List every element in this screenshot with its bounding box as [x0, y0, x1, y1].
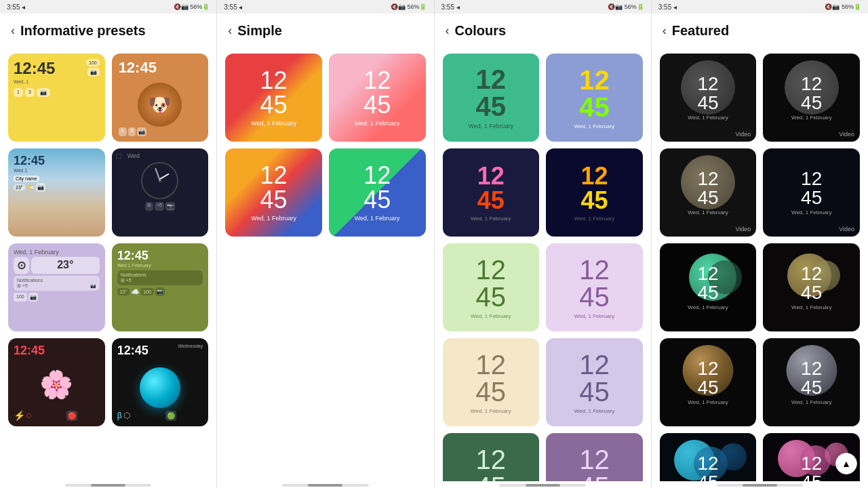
status-panel-2: 3:55 ◂ 🔇📷 56%🔋	[217, 0, 434, 14]
panel-title-simple: Simple	[237, 23, 282, 39]
colour-card-purple-dark[interactable]: 12 45 Wed, 1 February	[546, 433, 643, 481]
status-panel-1: 3:55 ◂ 🔇📷 56%🔋	[0, 0, 217, 14]
featured-card-3[interactable]: 12 45 Wed, 1 February Video	[660, 148, 757, 237]
header-colours: ‹ Colours	[435, 14, 651, 48]
panel-colours: ‹ Colours 12 45 Wed, 1 February 12 45	[435, 14, 652, 488]
colour-card-dark-green[interactable]: 12 45 Wed, 1 February	[443, 433, 540, 481]
time-colour-5: 12 45 Wed, 1 February	[471, 256, 511, 319]
featured-card-4[interactable]: 12 45 Wed, 1 February Video	[763, 148, 860, 237]
colour-card-mint[interactable]: 12 45 Wed, 1 February	[443, 243, 540, 331]
preset-card-teal-ball[interactable]: 12:45 Wednesday β ⬡ 🟢	[112, 338, 209, 426]
simple-card-green-diag[interactable]: 12 45 Wed, 1 February	[329, 148, 426, 237]
colour-card-dark-blue-pink[interactable]: 12 45 Wed, 1 February	[443, 148, 540, 237]
status-bar: 3:55 ◂ 🔇📷 56%🔋 3:55 ◂ 🔇📷 56%🔋 3:55 ◂ 🔇📷 …	[0, 0, 868, 14]
time-2: 3:55 ◂	[224, 3, 242, 11]
scroll-indicator-informative	[65, 484, 152, 487]
colour-card-mauve[interactable]: 12 45 Wed, 1 February	[546, 338, 643, 426]
featured-label-3: Video	[736, 226, 751, 232]
featured-card-1[interactable]: 12 45 Wed, 1 February Video	[660, 54, 757, 142]
header-simple: ‹ Simple	[217, 14, 433, 48]
preset-card-purple-widgets[interactable]: Wed, 1 February ⊙ 23° Notifications ⊞+5📷	[8, 243, 105, 331]
status-panel-3: 3:55 ◂ 🔇📷 56%🔋	[435, 0, 652, 14]
icons-2: 🔇📷 56%🔋	[391, 3, 427, 10]
featured-card-5[interactable]: 12 45 Wed, 1 February	[660, 243, 757, 331]
time-colour-1: 12 45 Wed, 1 February	[468, 66, 513, 129]
scroll-featured[interactable]: 12 45 Wed, 1 February Video 12 45 Wed, 1…	[652, 48, 868, 481]
scroll-simple[interactable]: 12 45 Wed, 1 February 12 45 Wed, 1 Febru…	[217, 48, 433, 481]
preset-card-dark-flowers[interactable]: 12:45 🌸 ⚡ ⬡ 🔴	[8, 338, 105, 426]
back-button-simple[interactable]: ‹	[228, 24, 232, 38]
simple-card-pink-wave[interactable]: 12 45 Wed, 1 February	[329, 54, 426, 142]
time-colour-2: 12 45 Wed, 1 February	[574, 66, 614, 129]
back-button-featured[interactable]: ‹	[663, 24, 667, 38]
panel-title-colours: Colours	[455, 23, 507, 39]
simple-card-orange-geo[interactable]: 12 45 Wed, 1 February	[225, 148, 322, 237]
panel-featured: ‹ Featured 12 45 Wed, 1 February Video	[652, 14, 868, 488]
scroll-indicator-featured	[717, 484, 804, 487]
colour-card-cream[interactable]: 12 45 Wed, 1 February	[443, 338, 540, 426]
colour-card-green-teal[interactable]: 12 45 Wed, 1 February	[443, 54, 540, 142]
time-colour-3: 12 45 Wed, 1 February	[471, 164, 511, 222]
time-simple-2: 12 45 Wed, 1 February	[355, 68, 400, 127]
icons-3: 🔇📷 56%🔋	[608, 3, 644, 10]
panel-informative: ‹ Informative presets 12:45 Wed, 1	[0, 14, 217, 488]
preset-card-beach[interactable]: 12:45 Wed 1 City name 23° 🌤️ 📷	[8, 148, 105, 237]
panels-container: ‹ Informative presets 12:45 Wed, 1	[0, 14, 868, 488]
scroll-informative[interactable]: 12:45 Wed, 1 100 📷 1 3	[0, 48, 216, 481]
panel-simple: ‹ Simple 12 45 Wed, 1 February 12 45	[217, 14, 434, 488]
preset-card-yellow-weather[interactable]: 12:45 Wed, 1 100 📷 1 3	[8, 54, 105, 142]
status-panel-4: 3:55 ◂ 🔇📷 56%🔋	[652, 0, 868, 14]
time-colour-9: 12 45 Wed, 1 February	[471, 446, 511, 482]
time-colour-6: 12 45 Wed, 1 February	[574, 256, 614, 319]
back-button-colours[interactable]: ‹	[446, 24, 450, 38]
panel-title-featured: Featured	[672, 23, 729, 39]
scroll-indicator-simple	[282, 484, 369, 487]
grid-featured: 12 45 Wed, 1 February Video 12 45 Wed, 1…	[660, 54, 860, 481]
featured-card-7[interactable]: 12 45 Wed, 1 February	[660, 338, 757, 426]
scroll-indicator-colours	[499, 484, 586, 487]
preset-card-dog[interactable]: 12:45 🐶 1 3 📷	[112, 54, 209, 142]
simple-card-red-geo[interactable]: 12 45 Wed, 1 February	[225, 54, 322, 142]
featured-card-8[interactable]: 12 45 Wed, 1 February	[763, 338, 860, 426]
preset-card-dark-pattern[interactable]: ⬚Wed ⊙ ⊞ +5 📷	[112, 148, 209, 237]
preset-card-olive[interactable]: 12:45 Wed 1 February Notifications ⊞+5 2…	[112, 243, 209, 331]
colour-card-blue-purple[interactable]: 12 45 Wed, 1 February	[546, 54, 643, 142]
panel-title-informative: Informative presets	[20, 23, 146, 39]
featured-card-6[interactable]: 12 45 Wed, 1 February	[763, 243, 860, 331]
time-3: 3:55 ◂	[441, 3, 460, 11]
time-colour-8: 12 45 Wed, 1 February	[574, 351, 614, 414]
featured-card-9[interactable]: 12 45 Wed, 1 February	[660, 433, 757, 481]
icons-1: 🔇📷 56%🔋	[174, 3, 210, 10]
icons-4: 🔇📷 56%🔋	[825, 3, 861, 10]
grid-simple: 12 45 Wed, 1 February 12 45 Wed, 1 Febru…	[225, 54, 425, 237]
featured-label-4: Video	[839, 226, 854, 232]
colour-card-dark-orange[interactable]: 12 45 Wed, 1 February	[546, 148, 643, 237]
header-informative: ‹ Informative presets	[0, 14, 216, 48]
header-featured: ‹ Featured	[652, 14, 868, 48]
scroll-top-button[interactable]: ▲	[835, 453, 857, 474]
back-button-informative[interactable]: ‹	[11, 24, 15, 38]
time-colour-10: 12 45 Wed, 1 February	[574, 446, 614, 482]
featured-label-2: Video	[839, 131, 854, 138]
scroll-colours[interactable]: 12 45 Wed, 1 February 12 45 Wed, 1 Febru…	[435, 48, 651, 481]
time-colour-7: 12 45 Wed, 1 February	[471, 351, 511, 414]
grid-colours: 12 45 Wed, 1 February 12 45 Wed, 1 Febru…	[443, 54, 643, 481]
featured-label-1: Video	[736, 131, 751, 138]
colour-card-lavender[interactable]: 12 45 Wed, 1 February	[546, 243, 643, 331]
featured-card-2[interactable]: 12 45 Wed, 1 February Video	[763, 54, 860, 142]
time-simple-1: 12 45 Wed, 1 February	[251, 68, 296, 127]
grid-informative: 12:45 Wed, 1 100 📷 1 3	[8, 54, 208, 426]
time-simple-4: 12 45 Wed, 1 February	[355, 163, 400, 222]
time-simple-3: 12 45 Wed, 1 February	[251, 163, 296, 222]
time-colour-4: 12 45 Wed, 1 February	[574, 164, 614, 222]
time-1: 3:55 ◂	[7, 3, 25, 11]
time-4: 3:55 ◂	[658, 3, 677, 11]
